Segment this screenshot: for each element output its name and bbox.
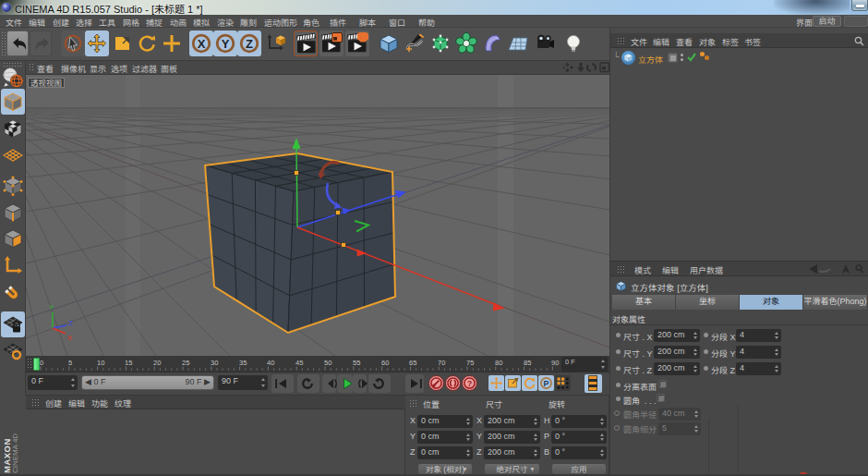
svg-text:X: X (67, 334, 73, 342)
svg-text:?: ? (467, 379, 473, 388)
svg-text:Z: Z (68, 319, 73, 327)
svg-text:Y: Y (49, 303, 54, 311)
svg-text:Y: Y (222, 37, 230, 51)
svg-text:Z: Z (246, 37, 253, 51)
svg-text:P: P (543, 379, 549, 388)
svg-text:X: X (198, 37, 206, 51)
